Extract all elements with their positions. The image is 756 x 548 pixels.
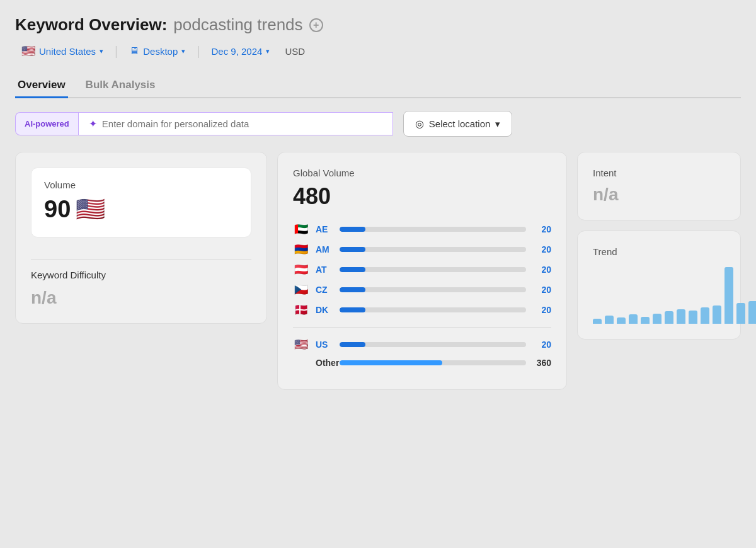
country-code-Other: Other — [316, 358, 333, 368]
trend-bar — [748, 301, 756, 324]
bar-container-CZ — [340, 287, 526, 292]
tabs-row: Overview Bulk Analysis — [15, 74, 741, 98]
trend-bar — [617, 317, 626, 324]
country-divider — [293, 327, 551, 328]
ai-badge: AI-powered — [15, 112, 78, 135]
location-selector[interactable]: 🇺🇸 United States ▾ — [15, 41, 110, 61]
bar-container-AE — [340, 227, 526, 232]
bar-fill-US — [340, 342, 365, 347]
country-flag-AT: 🇦🇹 — [293, 263, 309, 277]
title-prefix: Keyword Overview: — [15, 15, 167, 35]
country-rows: 🇦🇪 AE 20 🇦🇲 AM 20 🇦🇹 AT 20 🇨🇿 CZ — [293, 222, 551, 368]
kd-value: n/a — [31, 288, 251, 308]
country-count-CZ: 20 — [532, 285, 551, 295]
country-row: Other 360 — [293, 358, 551, 368]
country-code-CZ: CZ — [316, 285, 333, 295]
bar-fill-AT — [340, 267, 365, 272]
country-count-AT: 20 — [532, 265, 551, 275]
intent-value: n/a — [593, 185, 725, 205]
country-code-AT: AT — [316, 265, 333, 275]
desktop-icon: 🖥 — [129, 45, 139, 57]
kd-label: Keyword Difficulty — [31, 270, 251, 280]
country-row: 🇺🇸 US 20 — [293, 338, 551, 351]
trend-bar — [701, 307, 709, 324]
country-count-Other: 360 — [532, 358, 551, 368]
keyword-name: podcasting trends — [173, 15, 302, 35]
trend-bar — [736, 303, 745, 324]
add-keyword-icon[interactable]: + — [309, 18, 323, 32]
select-location-button[interactable]: ◎ Select location ▾ — [403, 111, 513, 137]
country-row: 🇨🇿 CZ 20 — [293, 283, 551, 297]
device-label: Desktop — [143, 46, 178, 57]
tab-bulk-analysis[interactable]: Bulk Analysis — [83, 74, 158, 98]
trend-chart — [593, 267, 725, 324]
volume-box: Volume 90 🇺🇸 — [31, 168, 251, 237]
trend-bar — [593, 319, 602, 324]
date-chevron: ▾ — [266, 47, 270, 55]
country-count-US: 20 — [532, 340, 551, 350]
bar-container-AM — [340, 247, 526, 252]
page-title: Keyword Overview: podcasting trends + — [15, 15, 741, 35]
country-flag-CZ: 🇨🇿 — [293, 283, 309, 297]
trend-bar — [724, 267, 733, 324]
trend-bar — [665, 311, 673, 324]
trend-bar — [605, 316, 614, 324]
currency-label: USD — [285, 46, 305, 57]
country-count-AM: 20 — [532, 244, 551, 254]
date-selector[interactable]: Dec 9, 2024 ▾ — [205, 43, 277, 60]
country-row: 🇦🇪 AE 20 — [293, 222, 551, 236]
global-volume-value: 480 — [293, 183, 551, 210]
trend-bar — [689, 311, 697, 324]
country-row: 🇦🇹 AT 20 — [293, 263, 551, 277]
sparkle-icon: ✦ — [89, 118, 97, 130]
global-volume-label: Global Volume — [293, 168, 551, 178]
bar-fill-AE — [340, 227, 365, 232]
date-label: Dec 9, 2024 — [212, 46, 263, 57]
country-count-AE: 20 — [532, 224, 551, 234]
domain-input-wrapper[interactable]: ✦ — [78, 112, 393, 135]
bar-container-DK — [340, 307, 526, 312]
location-pin-icon: ◎ — [415, 118, 424, 130]
domain-input[interactable] — [102, 118, 382, 129]
trend-bar — [677, 309, 685, 324]
device-selector[interactable]: 🖥 Desktop ▾ — [123, 42, 192, 60]
trend-bar — [641, 317, 650, 324]
volume-value: 90 🇺🇸 — [44, 195, 238, 223]
trend-card: Trend — [577, 231, 741, 340]
bar-container-AT — [340, 267, 526, 272]
volume-number: 90 — [44, 196, 71, 223]
tab-overview[interactable]: Overview — [15, 74, 68, 98]
trend-bar — [653, 314, 662, 324]
country-code-DK: DK — [316, 305, 333, 315]
separator-2: | — [197, 44, 200, 59]
right-cards: Intent n/a Trend — [577, 152, 741, 340]
bar-container-Other — [340, 360, 526, 365]
volume-flag: 🇺🇸 — [76, 195, 105, 223]
bar-container-US — [340, 342, 526, 347]
bar-fill-CZ — [340, 287, 365, 292]
separator-1: | — [115, 44, 118, 59]
country-row: 🇦🇲 AM 20 — [293, 243, 551, 256]
country-count-DK: 20 — [532, 305, 551, 315]
global-volume-card: Global Volume 480 🇦🇪 AE 20 🇦🇲 AM 20 🇦🇹 A… — [277, 152, 567, 390]
trend-bar — [629, 314, 638, 324]
country-flag-AM: 🇦🇲 — [293, 243, 309, 256]
country-code-AM: AM — [316, 244, 333, 254]
country-flag-AE: 🇦🇪 — [293, 222, 309, 236]
trend-bar — [713, 305, 721, 324]
country-flag-US: 🇺🇸 — [293, 338, 309, 351]
location-label: United States — [39, 46, 96, 57]
bar-fill-AM — [340, 247, 365, 252]
ai-bar: AI-powered ✦ ◎ Select location ▾ — [15, 111, 741, 137]
meta-row: 🇺🇸 United States ▾ | 🖥 Desktop ▾ | Dec 9… — [15, 41, 741, 61]
intent-card: Intent n/a — [577, 152, 741, 220]
volume-kd-card: Volume 90 🇺🇸 Keyword Difficulty n/a — [15, 152, 267, 324]
bar-fill-Other — [340, 360, 442, 365]
intent-label: Intent — [593, 168, 725, 178]
volume-label: Volume — [44, 180, 238, 190]
location-chevron: ▾ — [100, 47, 103, 55]
country-code-US: US — [316, 340, 333, 350]
page-header: Keyword Overview: podcasting trends + 🇺🇸… — [15, 15, 741, 61]
country-row: 🇩🇰 DK 20 — [293, 303, 551, 317]
trend-label: Trend — [593, 246, 725, 257]
